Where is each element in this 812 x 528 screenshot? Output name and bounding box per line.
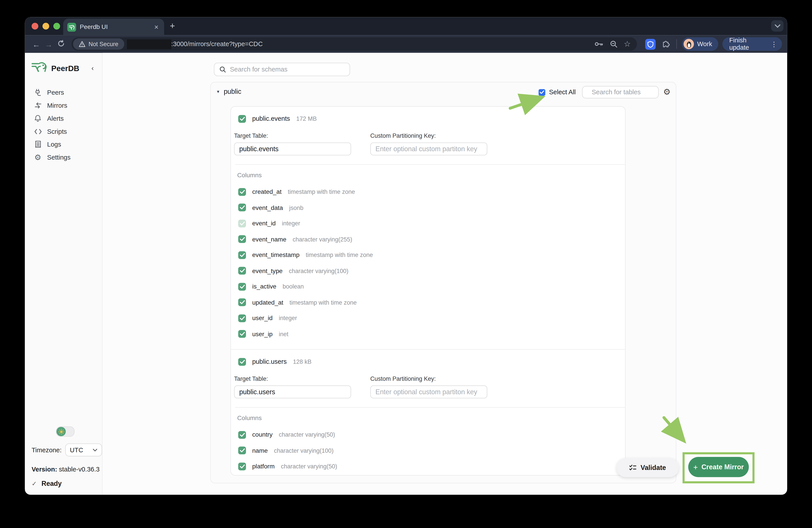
column-checkbox[interactable]	[238, 298, 246, 306]
table-search-input[interactable]	[592, 88, 675, 96]
column-type: integer	[282, 220, 300, 227]
light-mode-sun-icon	[57, 427, 66, 436]
column-row: user_id integer	[238, 474, 618, 476]
reload-button[interactable]	[55, 40, 67, 48]
password-key-icon[interactable]	[594, 41, 603, 47]
browser-menu-kebab-icon[interactable]: ⋮	[770, 41, 777, 47]
column-checkbox[interactable]	[238, 447, 246, 455]
sidebar-item-label: Mirrors	[47, 102, 67, 109]
brand: PeerDB ‹	[25, 53, 102, 75]
column-checkbox[interactable]	[238, 462, 246, 470]
browser-window: Peerdb UI × + ← → Not Secure	[25, 17, 787, 495]
table-name: public.users	[252, 358, 287, 365]
schema-search-input[interactable]	[230, 66, 345, 73]
column-name: event_timestamp	[252, 252, 300, 259]
sidebar-nav: PeersMirrorsAlertsScriptsLogs⚙Settings	[25, 86, 102, 164]
peerdb-favicon-icon	[67, 23, 76, 31]
partition-key-input[interactable]	[370, 385, 487, 398]
not-secure-label: Not Secure	[88, 41, 118, 47]
sidebar-item-settings[interactable]: ⚙Settings	[25, 151, 102, 164]
target-table-input[interactable]	[234, 385, 351, 398]
address-bar[interactable]: Not Secure :3000/mirrors/create?type=CDC…	[72, 37, 637, 51]
table-checkbox[interactable]	[238, 115, 246, 123]
mirror-arrows-icon	[34, 102, 42, 109]
warning-triangle-icon	[79, 41, 86, 47]
target-table-input[interactable]	[234, 142, 351, 155]
version-label: Version:	[31, 466, 57, 473]
ready-label: Ready	[42, 480, 62, 487]
column-name: country	[252, 431, 273, 438]
schema-name: public	[224, 88, 242, 95]
sidebar-item-peers[interactable]: Peers	[25, 86, 102, 99]
sidebar-footer: Timezone: UTC Version: stable-v0.36.3 ✓ …	[25, 427, 102, 495]
column-row: updated_at timestamp with time zone	[238, 295, 618, 310]
column-row: event_type character varying(100)	[238, 263, 618, 279]
schema-header-row[interactable]: ▾ public Select All ⚙	[211, 82, 676, 103]
new-tab-button[interactable]: +	[170, 22, 175, 31]
column-checkbox[interactable]	[238, 220, 246, 227]
sidebar-item-scripts[interactable]: Scripts	[25, 125, 102, 138]
column-checkbox[interactable]	[238, 431, 246, 439]
column-checkbox[interactable]	[238, 235, 246, 243]
finish-update-button[interactable]: Finish update ⋮	[722, 37, 782, 51]
zoom-out-icon[interactable]	[610, 40, 617, 48]
validate-button[interactable]: Validate	[616, 458, 679, 477]
profile-button[interactable]: Work	[682, 37, 719, 51]
column-type: boolean	[282, 283, 304, 290]
sidebar-collapse-chevron[interactable]: ‹	[91, 64, 97, 72]
sidebar-item-alerts[interactable]: Alerts	[25, 112, 102, 125]
bookmark-star-icon[interactable]: ☆	[624, 39, 631, 48]
column-checkbox[interactable]	[238, 314, 246, 322]
screenshot-stage: Peerdb UI × + ← → Not Secure	[0, 0, 812, 528]
sidebar-item-label: Settings	[47, 154, 71, 161]
not-secure-badge[interactable]: Not Secure	[73, 39, 124, 50]
column-checkbox[interactable]	[238, 251, 246, 259]
tab-title: Peerdb UI	[79, 24, 153, 31]
column-type: character varying(50)	[279, 432, 335, 438]
window-minimize-button[interactable]	[42, 23, 49, 30]
schema-search[interactable]	[214, 63, 350, 76]
divider	[235, 407, 625, 408]
schema-card: ▾ public Select All ⚙	[210, 82, 676, 483]
columns-label: Columns	[237, 172, 618, 179]
column-checkbox[interactable]	[238, 204, 246, 212]
column-row: created_at timestamp with time zone	[238, 184, 618, 200]
bell-icon	[34, 115, 42, 122]
sidebar-item-label: Scripts	[47, 128, 67, 135]
profile-avatar	[684, 39, 694, 49]
tab-close-icon[interactable]: ×	[153, 24, 160, 31]
table-section: public.users 128 kB Target Table: Custom…	[231, 349, 625, 475]
create-mirror-button[interactable]: + Create Mirror	[688, 457, 749, 477]
shield-extension-icon[interactable]	[645, 39, 656, 49]
theme-toggle[interactable]	[56, 427, 74, 437]
columns-label: Columns	[237, 415, 618, 422]
column-name: event_type	[252, 267, 282, 274]
extensions-puzzle-icon[interactable]	[662, 40, 670, 48]
sidebar-item-logs[interactable]: Logs	[25, 138, 102, 151]
column-checkbox[interactable]	[238, 330, 246, 338]
back-button[interactable]: ←	[30, 40, 42, 48]
forward-button[interactable]: →	[42, 40, 55, 48]
select-all-checkbox[interactable]	[539, 89, 546, 96]
column-checkbox[interactable]	[238, 267, 246, 275]
sidebar-item-mirrors[interactable]: Mirrors	[25, 99, 102, 112]
schema-disclosure-triangle-icon[interactable]: ▾	[217, 89, 219, 94]
column-row: user_ip inet	[238, 326, 618, 342]
table-checkbox[interactable]	[238, 358, 246, 366]
browser-tab[interactable]: Peerdb UI ×	[63, 18, 164, 35]
timezone-select[interactable]: UTC	[65, 443, 102, 456]
window-close-button[interactable]	[31, 23, 39, 30]
column-row: event_id integer	[238, 215, 618, 231]
partition-key-input[interactable]	[370, 142, 487, 155]
url-text: :3000/mirrors/create?type=CDC	[171, 40, 594, 48]
peerdb-app: PeerDB ‹ PeersMirrorsAlertsScriptsLogs⚙S…	[25, 53, 787, 495]
column-row: platform character varying(50)	[238, 458, 618, 474]
main-content: ▾ public Select All ⚙	[103, 53, 787, 495]
column-row: is_active boolean	[238, 279, 618, 295]
sidebar-item-label: Logs	[47, 141, 61, 148]
window-zoom-button[interactable]	[54, 23, 60, 30]
tab-list-chevron-button[interactable]	[771, 20, 784, 32]
column-checkbox[interactable]	[238, 188, 246, 196]
column-checkbox[interactable]	[238, 283, 246, 290]
table-search[interactable]	[582, 86, 658, 98]
